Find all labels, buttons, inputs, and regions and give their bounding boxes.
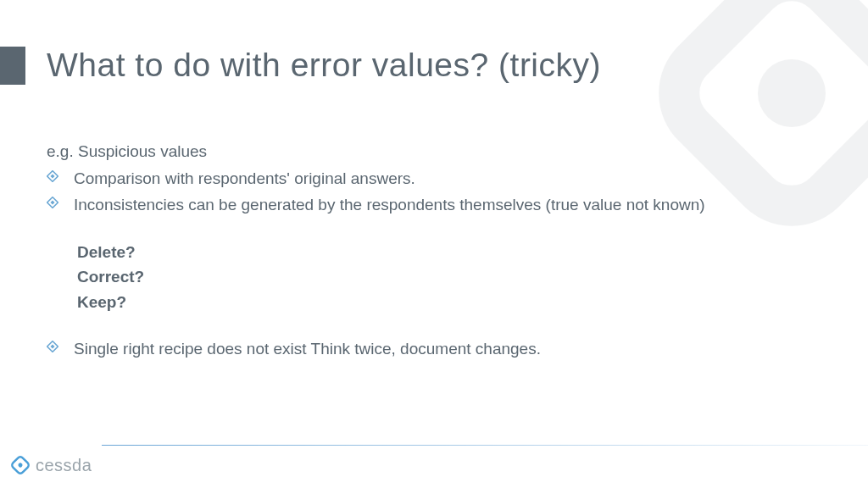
cessda-logo: cessda — [10, 455, 92, 475]
content-subtitle: e.g. Suspicious values — [47, 140, 817, 164]
slide-title: What to do with error values? (tricky) — [47, 47, 601, 84]
bullet-item: Inconsistencies can be generated by the … — [47, 193, 817, 217]
svg-point-1 — [743, 45, 839, 141]
diamond-bullet-icon — [47, 170, 58, 182]
diamond-bullet-icon — [47, 197, 58, 208]
bold-question: Delete? — [77, 241, 817, 264]
logo-text: cessda — [36, 456, 92, 475]
diamond-bullet-icon — [47, 341, 58, 352]
svg-rect-3 — [50, 174, 54, 178]
svg-rect-5 — [50, 201, 54, 205]
bold-questions-block: Delete? Correct? Keep? — [77, 241, 817, 314]
bold-question: Keep? — [77, 291, 817, 314]
bullet-item: Comparison with respondents' original an… — [47, 167, 817, 191]
svg-point-9 — [17, 462, 23, 468]
bullet-text: Inconsistencies can be generated by the … — [74, 193, 817, 217]
cessda-logo-icon — [10, 455, 31, 475]
title-accent-bar — [0, 47, 25, 85]
bullet-item: Single right recipe does not exist Think… — [47, 337, 817, 361]
svg-rect-7 — [50, 345, 54, 349]
bullet-text: Single right recipe does not exist Think… — [74, 337, 817, 361]
footer-divider — [102, 445, 868, 446]
bullet-text: Comparison with respondents' original an… — [74, 167, 817, 191]
bold-question: Correct? — [77, 265, 817, 289]
slide-content: e.g. Suspicious values Comparison with r… — [47, 140, 817, 364]
